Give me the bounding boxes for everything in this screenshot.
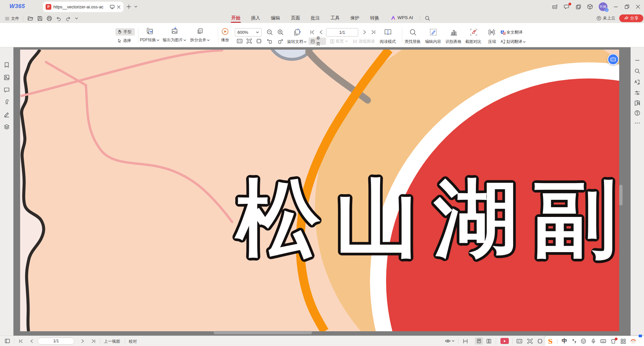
quickbar-chevron-icon[interactable] — [75, 17, 78, 20]
open-folder-icon[interactable] — [28, 16, 33, 21]
sb-last-page-icon[interactable] — [91, 339, 96, 343]
wps-logo[interactable]: W365 — [9, 3, 25, 10]
continuous-read-button[interactable]: 连续阅读 — [351, 38, 377, 45]
recognize-table-label[interactable]: 识别表格 — [444, 39, 463, 45]
ime-apps-grid-icon[interactable] — [621, 339, 626, 344]
actual-size-icon[interactable] — [237, 39, 243, 44]
zoom-in-icon[interactable] — [277, 29, 284, 36]
menu-home[interactable]: 开始 — [230, 15, 241, 21]
first-page-icon[interactable] — [310, 30, 315, 35]
close-window-icon[interactable] — [635, 4, 641, 9]
read-mode-icon[interactable] — [384, 28, 392, 36]
proofread-button[interactable]: 校对 — [129, 339, 137, 344]
rotate-right-icon[interactable] — [278, 39, 283, 44]
search-panel-icon[interactable] — [634, 68, 640, 74]
ime-keyboard-icon[interactable] — [600, 339, 606, 344]
print-icon[interactable] — [47, 16, 52, 21]
ime-language-toggle[interactable]: 中 — [562, 338, 567, 345]
restore-window-icon[interactable] — [624, 4, 630, 9]
sb-double-page-icon[interactable] — [486, 339, 491, 344]
zoom-out-icon[interactable] — [266, 29, 273, 36]
collapse-panel-icon[interactable] — [634, 57, 640, 63]
pdf-page[interactable]: 松山湖副 — [20, 50, 619, 331]
new-tab-icon[interactable] — [126, 4, 131, 9]
sb-single-page-button[interactable] — [475, 337, 483, 345]
page-indicator-input[interactable]: 1/1 — [326, 28, 358, 37]
help-icon[interactable] — [634, 110, 640, 116]
view-background-button[interactable] — [445, 338, 454, 344]
last-page-icon[interactable] — [371, 30, 376, 35]
signature-icon[interactable] — [4, 112, 10, 118]
recognize-table-icon[interactable] — [450, 28, 458, 36]
sogou-logo[interactable]: S — [548, 338, 553, 345]
save-icon[interactable] — [37, 16, 43, 21]
minimize-icon[interactable] — [613, 4, 619, 9]
ime-emoji-icon[interactable] — [581, 338, 586, 344]
ime-punctuation-icon[interactable] — [572, 339, 576, 344]
workspace-cube-icon[interactable] — [587, 4, 593, 10]
ime-mic-icon[interactable] — [591, 338, 596, 344]
edit-content-label[interactable]: 编辑内容 — [424, 39, 442, 45]
tab-list-chevron-icon[interactable] — [134, 5, 138, 8]
full-translate-button[interactable]: 全文翻译 — [500, 30, 523, 35]
select-tool-button[interactable]: 选择 — [115, 37, 135, 44]
sb-next-page-icon[interactable] — [80, 339, 85, 343]
attachments-icon[interactable] — [4, 99, 10, 105]
layers-icon[interactable] — [4, 124, 10, 130]
ime-mascot-icon[interactable] — [630, 338, 636, 344]
rotate-left-icon[interactable] — [267, 39, 272, 44]
prev-view-button[interactable]: 上一视图 — [104, 339, 120, 344]
menu-wps-ai[interactable]: WPS AI — [391, 15, 413, 20]
dictionary-icon[interactable] — [634, 100, 640, 106]
menu-page[interactable]: 页面 — [290, 15, 301, 21]
compress-label[interactable]: 压缩 — [487, 39, 497, 45]
screenshot-compare-label[interactable]: 截图对比 — [464, 39, 483, 45]
thumbnails-icon[interactable] — [4, 74, 10, 80]
sb-play-button[interactable] — [500, 338, 509, 344]
word-translate-button[interactable]: 划词翻译 — [500, 39, 526, 45]
sb-prev-page-icon[interactable] — [30, 339, 34, 343]
menu-convert[interactable]: 转换 — [369, 15, 380, 21]
single-page-button[interactable]: 单页 — [309, 38, 326, 45]
more-options-icon[interactable] — [634, 120, 640, 126]
rotate-doc-icon[interactable] — [292, 28, 301, 37]
edit-content-icon[interactable] — [430, 28, 437, 36]
read-mode-label[interactable]: 阅读模式 — [378, 39, 397, 45]
menu-insert[interactable]: 插入 — [250, 15, 261, 21]
file-menu[interactable]: 文件 — [5, 15, 19, 22]
sb-actual-size-icon[interactable] — [517, 339, 522, 344]
ai-assistant-icon[interactable] — [552, 4, 558, 10]
menu-edit[interactable]: 编辑 — [270, 15, 281, 21]
next-page-icon[interactable] — [362, 30, 367, 35]
undo-icon[interactable] — [56, 16, 61, 21]
menu-protect[interactable]: 保护 — [349, 15, 361, 21]
sb-fit-page-icon[interactable] — [527, 339, 533, 344]
messages-icon[interactable] — [564, 4, 570, 10]
find-replace-label[interactable]: 查找替换 — [403, 39, 422, 45]
hand-tool-button[interactable]: 手型 — [115, 28, 135, 36]
split-merge-button[interactable]: 拆分合并 — [187, 27, 212, 43]
ime-skin-icon[interactable] — [610, 339, 616, 344]
prev-page-icon[interactable] — [319, 30, 323, 35]
sb-fit-width-icon[interactable] — [537, 339, 543, 344]
ai-helper-floating-button[interactable] — [607, 54, 619, 65]
zoom-select[interactable]: 600% — [235, 28, 262, 37]
toggle-sidebar-icon[interactable] — [5, 338, 10, 344]
comments-panel-icon[interactable] — [4, 87, 10, 93]
settings-sliders-icon[interactable] — [634, 90, 640, 96]
screenshot-compare-icon[interactable] — [470, 28, 477, 36]
cloud-status[interactable]: 未上云 — [596, 15, 615, 21]
avatar[interactable]: 叶斌 — [599, 2, 607, 11]
rotate-doc-label[interactable]: 旋转文档 — [284, 39, 309, 45]
windows-stack-icon[interactable] — [576, 4, 581, 10]
menu-tools[interactable]: 工具 — [329, 15, 341, 21]
translate-panel-icon[interactable] — [634, 79, 640, 85]
sb-continuous-icon[interactable] — [463, 339, 468, 344]
share-button[interactable]: 分享 — [619, 14, 643, 22]
sb-first-page-icon[interactable] — [19, 339, 23, 343]
menu-comment[interactable]: 批注 — [310, 15, 321, 21]
compress-icon[interactable] — [488, 28, 495, 36]
fit-page-icon[interactable] — [247, 39, 252, 44]
pdf-convert-button[interactable]: PDF转换 — [138, 27, 161, 43]
document-tab[interactable]: P https__vectorizer-ai.oss-ac — [43, 2, 123, 12]
